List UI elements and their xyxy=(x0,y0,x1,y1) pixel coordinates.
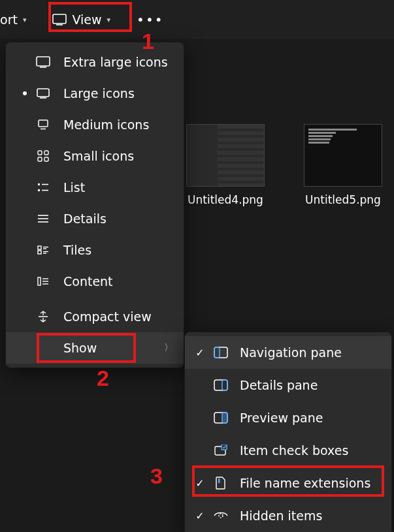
large-icons-icon xyxy=(35,88,52,99)
file-item[interactable]: Untitled5.png xyxy=(301,124,386,206)
menu-item-extra-large-icons[interactable]: Extra large icons xyxy=(6,46,184,78)
submenu-item-hidden-items[interactable]: ✓Hidden items xyxy=(185,499,391,532)
compact-view-icon xyxy=(35,311,52,322)
submenu-item-label: Preview pane xyxy=(240,411,323,425)
menu-item-label: Compact view xyxy=(63,309,152,324)
menu-item-label: List xyxy=(63,180,85,195)
svg-rect-22 xyxy=(38,251,41,254)
navigation-pane-icon xyxy=(211,347,231,358)
menu-item-label: Extra large icons xyxy=(63,55,168,69)
submenu-item-file-extensions[interactable]: ✓File name extensions xyxy=(185,467,391,499)
menu-item-label: Show xyxy=(63,341,97,355)
view-label: View xyxy=(72,12,101,27)
menu-item-large-icons[interactable]: Large icons xyxy=(6,78,184,109)
svg-rect-11 xyxy=(44,157,48,161)
svg-rect-29 xyxy=(214,347,227,358)
menu-item-medium-icons[interactable]: Medium icons xyxy=(6,109,184,140)
svg-rect-10 xyxy=(38,157,42,161)
chevron-down-icon: ▾ xyxy=(23,16,27,24)
sort-button[interactable]: Sort ▾ xyxy=(0,8,33,31)
submenu-item-navigation-pane[interactable]: ✓Navigation pane xyxy=(185,336,391,369)
submenu-item-label: Hidden items xyxy=(240,509,322,523)
menu-item-list[interactable]: List xyxy=(6,172,184,203)
more-button[interactable]: ••• xyxy=(130,12,170,27)
file-grid: Untitled4.png Untitled5.png xyxy=(183,124,386,206)
file-item[interactable]: Untitled4.png xyxy=(183,124,268,206)
svg-rect-9 xyxy=(44,151,48,155)
submenu-item-label: Navigation pane xyxy=(240,345,342,360)
hidden-items-icon xyxy=(211,511,231,520)
svg-point-38 xyxy=(219,514,223,518)
svg-rect-34 xyxy=(222,413,227,423)
annotation-label-3: 3 xyxy=(150,463,163,489)
details-pane-icon xyxy=(211,379,231,391)
menu-item-label: Content xyxy=(63,274,113,289)
item-check-boxes-icon xyxy=(211,445,231,456)
details-icon xyxy=(35,214,52,223)
svg-rect-12 xyxy=(38,183,40,185)
svg-rect-8 xyxy=(38,151,42,155)
check-icon: ✓ xyxy=(193,347,207,359)
submenu-item-label: Item check boxes xyxy=(240,443,348,458)
view-menu: Extra large iconsLarge iconsMedium icons… xyxy=(5,42,184,368)
menu-item-show[interactable]: Show 〉 xyxy=(6,332,184,364)
file-name: Untitled4.png xyxy=(188,193,263,206)
svg-rect-6 xyxy=(39,120,48,127)
extra-large-icons-icon xyxy=(35,56,52,68)
sort-label: Sort xyxy=(0,12,18,27)
check-icon: ✓ xyxy=(193,510,207,522)
svg-rect-25 xyxy=(38,277,41,285)
view-icon xyxy=(52,14,67,25)
selected-indicator xyxy=(23,91,27,95)
svg-rect-32 xyxy=(222,380,227,390)
toolbar: Sort ▾ View ▾ ••• xyxy=(0,0,394,39)
content-icon xyxy=(35,277,52,286)
svg-rect-31 xyxy=(214,380,227,390)
submenu-item-item-check-boxes[interactable]: Item check boxes xyxy=(185,434,391,467)
small-icons-icon xyxy=(35,150,52,162)
svg-rect-2 xyxy=(37,57,50,66)
svg-rect-30 xyxy=(214,347,220,358)
list-icon xyxy=(35,182,52,193)
file-extensions-icon xyxy=(211,477,231,490)
menu-item-small-icons[interactable]: Small icons xyxy=(6,140,184,172)
svg-rect-19 xyxy=(38,246,41,249)
menu-item-label: Small icons xyxy=(63,149,134,163)
annotation-label-2: 2 xyxy=(97,366,109,391)
preview-pane-icon xyxy=(211,412,231,424)
submenu-item-preview-pane[interactable]: Preview pane xyxy=(185,401,391,434)
svg-rect-0 xyxy=(53,14,66,23)
menu-item-label: Details xyxy=(63,211,107,226)
menu-item-content[interactable]: Content xyxy=(6,266,184,297)
medium-icons-icon xyxy=(35,119,52,130)
menu-item-details[interactable]: Details xyxy=(6,203,184,234)
menu-item-label: Large icons xyxy=(63,86,135,101)
file-thumbnail xyxy=(186,124,265,187)
svg-rect-13 xyxy=(38,189,40,191)
file-name: Untitled5.png xyxy=(305,193,381,206)
submenu-item-label: File name extensions xyxy=(240,476,370,490)
chevron-right-icon: 〉 xyxy=(164,342,173,354)
view-button[interactable]: View ▾ xyxy=(46,8,117,31)
check-icon: ✓ xyxy=(193,477,207,490)
svg-rect-37 xyxy=(218,478,220,483)
show-submenu: ✓Navigation paneDetails panePreview pane… xyxy=(184,332,392,532)
tiles-icon xyxy=(35,245,52,255)
chevron-down-icon: ▾ xyxy=(107,16,111,24)
menu-item-label: Medium icons xyxy=(63,117,149,132)
menu-item-label: Tiles xyxy=(63,243,91,257)
menu-item-compact-view[interactable]: Compact view xyxy=(6,301,184,332)
submenu-item-label: Details pane xyxy=(240,378,318,392)
menu-item-tiles[interactable]: Tiles xyxy=(6,234,184,266)
submenu-item-details-pane[interactable]: Details pane xyxy=(185,369,391,401)
svg-rect-36 xyxy=(222,445,227,450)
file-thumbnail xyxy=(304,124,382,187)
svg-rect-4 xyxy=(37,89,49,97)
